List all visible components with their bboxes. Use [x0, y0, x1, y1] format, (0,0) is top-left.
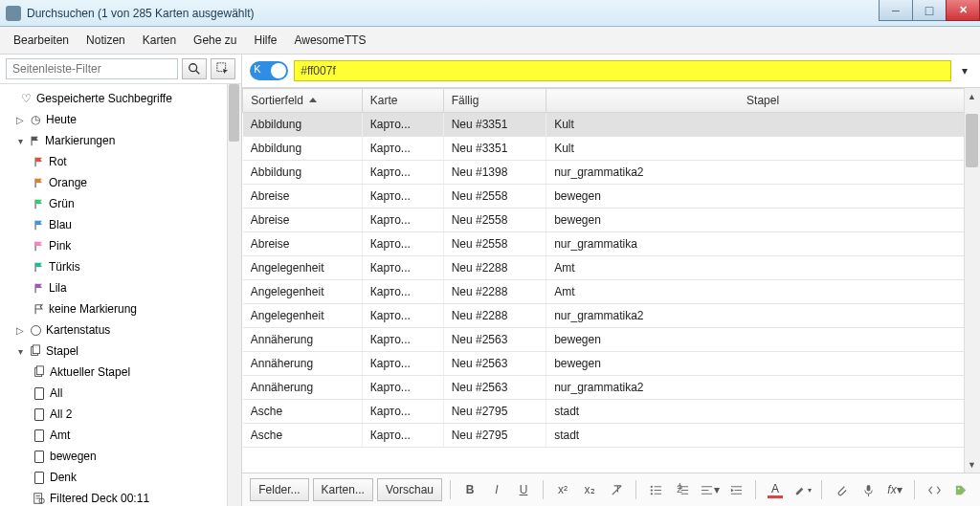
cell-karte: Карто...	[362, 424, 443, 448]
column-sortierfeld[interactable]: Sortierfeld	[243, 89, 363, 113]
minimize-button[interactable]: ─	[879, 0, 913, 21]
flag-icon	[33, 219, 45, 231]
select-mode-button[interactable]	[211, 58, 235, 79]
saved-searches[interactable]: ♡Gespeicherte Suchbegriffe	[6, 88, 241, 109]
cell-karte: Карто...	[362, 137, 443, 161]
table-row[interactable]: AbbildungКарто...Neu #3351Kult	[243, 113, 980, 137]
table-row[interactable]: AbbildungКарто...Neu #1398nur_grammatika…	[243, 161, 980, 185]
cell-stapel: bewegen	[546, 209, 980, 232]
bold-button[interactable]: B	[458, 478, 481, 501]
table-row[interactable]: AbbildungКарто...Neu #3351Kult	[243, 137, 980, 161]
today-item[interactable]: ▷◷Heute	[6, 109, 241, 130]
select-icon	[216, 62, 230, 76]
expander-icon[interactable]: ▷	[15, 325, 25, 336]
table-row[interactable]: AngelegenheitКарто...Neu #2288nur_gramma…	[243, 304, 980, 328]
cell-due: Neu #2795	[443, 424, 546, 448]
menu-karten[interactable]: Karten	[135, 31, 184, 50]
menu-notizen[interactable]: Notizen	[78, 31, 133, 50]
deck-item[interactable]: All	[6, 383, 241, 404]
table-row[interactable]: AnnäherungКарто...Neu #2563nur_grammatik…	[243, 376, 980, 400]
highlight-button[interactable]: ▾	[791, 478, 813, 501]
tag-button[interactable]	[949, 478, 972, 501]
flag-rot[interactable]: Rot	[6, 151, 241, 172]
record-button[interactable]	[857, 478, 880, 501]
subscript-button[interactable]: x₂	[578, 478, 601, 501]
deck-item[interactable]: Denk	[6, 467, 241, 488]
menu-awesometts[interactable]: AwesomeTTS	[286, 31, 373, 50]
menu-bearbeiten[interactable]: Bearbeiten	[6, 31, 77, 50]
flag-icon	[33, 282, 45, 294]
html-button[interactable]	[923, 478, 946, 501]
sidebar-scrollbar[interactable]	[227, 84, 241, 506]
table-row[interactable]: AbreiseКарто...Neu #2558bewegen	[243, 185, 980, 209]
maximize-button[interactable]: □	[912, 0, 947, 21]
search-input[interactable]	[294, 60, 951, 81]
table-row[interactable]: AngelegenheitКарто...Neu #2288Amt	[243, 256, 980, 280]
search-dropdown-icon[interactable]: ▾	[957, 64, 972, 77]
column-fällig[interactable]: Fällig	[443, 89, 546, 113]
table-row[interactable]: AbreiseКарто...Neu #2558bewegen	[243, 209, 980, 232]
cell-sort: Asche	[243, 400, 363, 424]
cell-stapel: stadt	[546, 400, 980, 424]
cardstate-item[interactable]: ▷Kartenstatus	[6, 319, 241, 341]
align-button[interactable]: ▾	[698, 478, 721, 501]
cell-karte: Карто...	[362, 400, 443, 424]
menu-hilfe[interactable]: Hilfe	[246, 31, 284, 50]
fields-button[interactable]: Felder...	[250, 478, 308, 501]
menu-gehe zu[interactable]: Gehe zu	[186, 31, 244, 50]
expander-icon[interactable]: ▾	[15, 346, 25, 357]
deck-item[interactable]: Aktueller Stapel	[6, 362, 241, 383]
preview-button[interactable]: Vorschau	[377, 478, 442, 501]
cell-due: Neu #3351	[443, 113, 546, 137]
flag-keine markierung[interactable]: keine Markierung	[6, 298, 241, 319]
flag-blau[interactable]: Blau	[6, 214, 241, 235]
deck-item[interactable]: Amt	[6, 425, 241, 446]
flags-group[interactable]: ▾Markierungen	[6, 130, 241, 151]
underline-button[interactable]: U	[512, 478, 535, 501]
deck-item[interactable]: Filtered Deck 00:11	[6, 488, 241, 506]
svg-point-27	[957, 487, 959, 489]
text-color-button[interactable]: A	[764, 478, 787, 501]
flag-lila[interactable]: Lila	[6, 277, 241, 298]
search-button[interactable]	[182, 58, 207, 79]
decks-group[interactable]: ▾Stapel	[6, 341, 241, 362]
ul-button[interactable]	[644, 478, 667, 501]
notes-cards-toggle[interactable]: K	[250, 61, 288, 80]
flag-icon	[33, 261, 45, 273]
cell-stapel: nur_grammatika2	[546, 304, 980, 328]
card-icon	[33, 407, 46, 421]
table-row[interactable]: AngelegenheitКарто...Neu #2288Amt	[243, 280, 980, 304]
ol-button[interactable]: 12	[671, 478, 694, 501]
flag-türkis[interactable]: Türkis	[6, 256, 241, 277]
expander-icon[interactable]: ▾	[15, 136, 25, 146]
flag-orange[interactable]: Orange	[6, 172, 241, 193]
deck-item[interactable]: All 2	[6, 404, 241, 425]
close-button[interactable]: ✕	[946, 0, 980, 21]
table-row[interactable]: AscheКарто...Neu #2795stadt	[243, 424, 980, 448]
svg-point-9	[650, 485, 652, 487]
cell-karte: Карто...	[362, 328, 443, 352]
sidebar: ♡Gespeicherte Suchbegriffe▷◷Heute▾Markie…	[0, 55, 242, 506]
cell-sort: Annäherung	[243, 328, 363, 352]
flag-pink[interactable]: Pink	[6, 235, 241, 256]
sidebar-filter-input[interactable]	[6, 58, 178, 79]
table-row[interactable]: AnnäherungКарто...Neu #2563bewegen	[243, 352, 980, 376]
expander-icon[interactable]: ▷	[15, 115, 25, 125]
indent-button[interactable]	[724, 478, 747, 501]
superscript-button[interactable]: x²	[551, 478, 574, 501]
column-stapel[interactable]: Stapel	[546, 89, 980, 113]
cards-button[interactable]: Karten...	[313, 478, 373, 501]
svg-rect-6	[36, 366, 43, 375]
table-scrollbar[interactable]: ▲▼	[964, 88, 980, 473]
italic-button[interactable]: I	[485, 478, 508, 501]
table-row[interactable]: AnnäherungКарто...Neu #2563bewegen	[243, 328, 980, 352]
attach-button[interactable]	[830, 478, 853, 501]
flag-grün[interactable]: Grün	[6, 193, 241, 214]
column-karte[interactable]: Karte	[362, 89, 443, 113]
function-button[interactable]: fx▾	[883, 478, 906, 501]
cell-sort: Abbildung	[243, 137, 363, 161]
table-row[interactable]: AscheКарто...Neu #2795stadt	[243, 400, 980, 424]
clear-format-button[interactable]	[605, 478, 628, 501]
deck-item[interactable]: bewegen	[6, 446, 241, 467]
table-row[interactable]: AbreiseКарто...Neu #2558nur_grammatika	[243, 232, 980, 256]
